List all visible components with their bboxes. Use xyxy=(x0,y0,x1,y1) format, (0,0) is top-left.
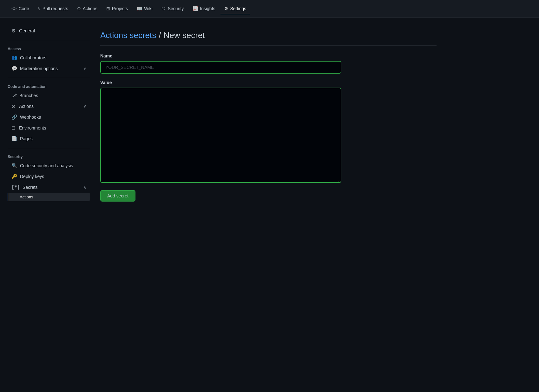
code-security-label: Code security and analysis xyxy=(20,163,86,168)
sidebar-item-branches[interactable]: ⎇ Branches xyxy=(8,90,90,101)
nav-code[interactable]: <> Code xyxy=(8,3,33,14)
webhooks-label: Webhooks xyxy=(20,115,86,120)
collaborators-label: Collaborators xyxy=(20,55,86,60)
sidebar-sub-item-actions-secrets[interactable]: Actions xyxy=(8,193,90,201)
general-icon: ⚙ xyxy=(11,28,16,34)
nav-projects[interactable]: ⊞ Projects xyxy=(102,3,132,14)
settings-icon: ⚙ xyxy=(224,6,228,11)
name-form-group: Name xyxy=(100,53,437,74)
pages-label: Pages xyxy=(20,136,86,141)
nav-insights[interactable]: 📈 Insights xyxy=(189,3,219,14)
sidebar-item-deploy-keys[interactable]: 🔑 Deploy keys xyxy=(8,171,90,182)
general-label: General xyxy=(19,28,86,33)
environments-label: Environments xyxy=(19,125,86,130)
page-title: New secret xyxy=(164,30,205,40)
main-content: Actions secrets / New secret Name Value … xyxy=(100,25,437,207)
sidebar-item-webhooks[interactable]: 🔗 Webhooks xyxy=(8,112,90,123)
actions-nav-icon: ⊙ xyxy=(77,6,81,11)
nav-pull-requests-label: Pull requests xyxy=(43,6,68,11)
sidebar: ⚙ General Access 👥 Collaborators 💬 Moder… xyxy=(8,25,90,207)
page-layout: ⚙ General Access 👥 Collaborators 💬 Moder… xyxy=(0,18,444,214)
environments-icon: ⊟ xyxy=(11,125,16,131)
pages-icon: 📄 xyxy=(11,136,17,142)
collaborators-icon: 👥 xyxy=(11,55,17,61)
actions-sidebar-label: Actions xyxy=(19,104,81,109)
moderation-label: Moderation options xyxy=(20,66,81,71)
nav-projects-label: Projects xyxy=(112,6,128,11)
nav-insights-label: Insights xyxy=(200,6,215,11)
deploy-keys-label: Deploy keys xyxy=(20,174,86,179)
sidebar-divider-3 xyxy=(8,148,90,148)
breadcrumb-separator: / xyxy=(159,30,161,40)
sidebar-item-actions[interactable]: ⊙ Actions ∨ xyxy=(8,101,90,112)
pull-requests-icon: ⑂ xyxy=(38,6,41,11)
secrets-label: Secrets xyxy=(23,185,81,190)
nav-security-label: Security xyxy=(168,6,184,11)
deploy-keys-icon: 🔑 xyxy=(11,174,17,179)
value-label: Value xyxy=(100,80,437,85)
nav-wiki-label: Wiki xyxy=(144,6,152,11)
webhooks-icon: 🔗 xyxy=(11,114,17,120)
breadcrumb-link[interactable]: Actions secrets xyxy=(100,30,156,40)
secrets-icon: [*] xyxy=(11,184,20,190)
sidebar-item-general[interactable]: ⚙ General xyxy=(8,25,90,36)
value-form-group: Value xyxy=(100,80,437,184)
nav-settings[interactable]: ⚙ Settings xyxy=(220,3,250,14)
code-security-icon: 🔍 xyxy=(11,163,17,169)
insights-icon: 📈 xyxy=(193,6,198,11)
actions-secrets-sub-label: Actions xyxy=(20,195,33,199)
sidebar-divider-1 xyxy=(8,40,90,40)
sidebar-item-pages[interactable]: 📄 Pages xyxy=(8,133,90,144)
page-header: Actions secrets / New secret xyxy=(100,30,437,46)
actions-sidebar-icon: ⊙ xyxy=(11,103,16,109)
nav-actions-label: Actions xyxy=(83,6,97,11)
security-nav-icon: 🛡 xyxy=(161,6,166,11)
name-label: Name xyxy=(100,53,437,58)
add-secret-button[interactable]: Add secret xyxy=(100,190,135,202)
actions-chevron: ∨ xyxy=(83,104,86,109)
branches-label: Branches xyxy=(19,93,86,98)
code-icon: <> xyxy=(11,6,16,11)
nav-security[interactable]: 🛡 Security xyxy=(158,3,188,14)
nav-pull-requests[interactable]: ⑂ Pull requests xyxy=(34,3,72,14)
nav-settings-label: Settings xyxy=(230,6,246,11)
sidebar-item-code-security[interactable]: 🔍 Code security and analysis xyxy=(8,160,90,171)
sidebar-item-collaborators[interactable]: 👥 Collaborators xyxy=(8,52,90,63)
nav-wiki[interactable]: 📖 Wiki xyxy=(133,3,156,14)
value-textarea[interactable] xyxy=(100,88,341,183)
sidebar-item-secrets[interactable]: [*] Secrets ∧ xyxy=(8,182,90,193)
sidebar-item-environments[interactable]: ⊟ Environments xyxy=(8,123,90,133)
security-section-label: Security xyxy=(8,152,90,160)
nav-code-label: Code xyxy=(18,6,29,11)
moderation-chevron: ∨ xyxy=(83,66,86,71)
name-input[interactable] xyxy=(100,61,341,74)
wiki-icon: 📖 xyxy=(137,6,142,11)
access-section-label: Access xyxy=(8,44,90,52)
secrets-chevron: ∧ xyxy=(83,185,86,189)
nav-actions[interactable]: ⊙ Actions xyxy=(73,3,101,14)
branches-icon: ⎇ xyxy=(11,93,17,98)
code-automation-section-label: Code and automation xyxy=(8,82,90,90)
moderation-icon: 💬 xyxy=(11,66,17,71)
projects-icon: ⊞ xyxy=(106,6,110,11)
sidebar-divider-2 xyxy=(8,78,90,78)
top-nav: <> Code ⑂ Pull requests ⊙ Actions ⊞ Proj… xyxy=(0,0,539,18)
sidebar-item-moderation[interactable]: 💬 Moderation options ∨ xyxy=(8,63,90,74)
